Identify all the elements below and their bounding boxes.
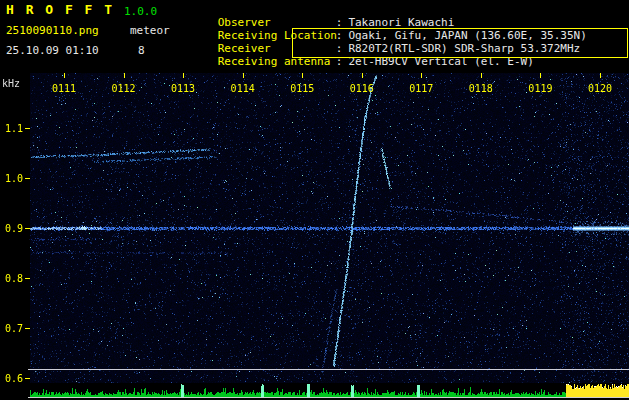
info-label: Receiving antenna <box>218 55 336 68</box>
info-separator: : <box>336 55 343 68</box>
info-label: Receiver <box>218 42 336 55</box>
output-filename: 2510090110.png <box>6 24 99 37</box>
info-value: Ogaki, Gifu, JAPAN (136.60E, 35.35N) <box>348 29 586 42</box>
info-label: Observer <box>218 16 336 29</box>
signal-level-canvas <box>0 383 629 400</box>
info-value: 2el-HB9CV Vertical (el. E-W) <box>348 55 533 68</box>
spectrogram-canvas <box>0 73 629 383</box>
info-separator: : <box>336 29 343 42</box>
app-version: 1.0.0 <box>124 5 157 18</box>
timestamp: 25.10.09 01:10 <box>6 44 99 57</box>
hrofft-window: H R O F F T 1.0.0 2510090110.png meteor … <box>0 0 629 400</box>
info-label: Receiving Location <box>218 29 336 42</box>
station-info: Observer:Takanori Kawachi Receiving Loca… <box>178 3 587 55</box>
info-row-observer: Observer:Takanori Kawachi <box>178 3 587 16</box>
info-separator: : <box>336 42 343 55</box>
info-value: R820T2(RTL-SDR) SDR-Sharp 53.372MHz <box>348 42 580 55</box>
app-title: H R O F F T <box>6 3 114 16</box>
info-value: Takanori Kawachi <box>348 16 454 29</box>
mode-label: meteor <box>130 24 170 37</box>
echo-count: 8 <box>138 44 145 57</box>
info-separator: : <box>336 16 343 29</box>
